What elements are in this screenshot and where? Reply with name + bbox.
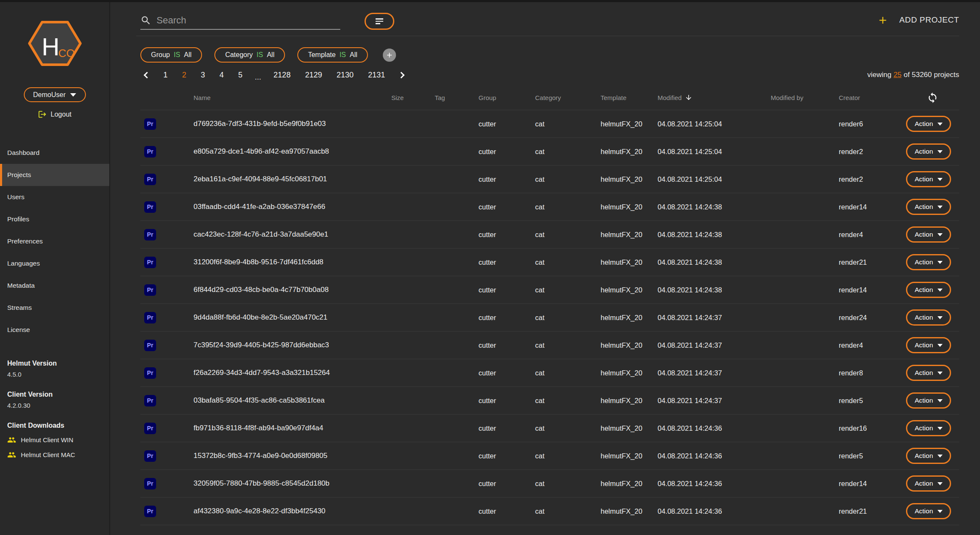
column-header-category[interactable]: Category: [535, 94, 601, 101]
project-template: helmutFX_20: [601, 231, 658, 239]
action-button[interactable]: Action: [906, 282, 951, 298]
project-modified: 04.08.2021 14:25:04: [658, 120, 771, 128]
sidebar-item-languages[interactable]: Languages: [0, 252, 109, 275]
action-button[interactable]: Action: [906, 392, 951, 409]
page-1[interactable]: 1: [159, 71, 172, 80]
column-header-size[interactable]: Size: [391, 94, 435, 101]
premiere-pro-icon: Pr: [144, 367, 156, 379]
add-project-button[interactable]: ADD PROJECT: [877, 14, 959, 26]
page-2[interactable]: 2: [177, 71, 191, 80]
sidebar-item-license[interactable]: License: [0, 319, 109, 341]
table-row[interactable]: Pr fb971b36-8118-4f8f-ab94-ba90e97df4a4 …: [140, 414, 959, 442]
table-row[interactable]: Pr d769236a-7df3-431b-9efd-b5e9f0b91e03 …: [140, 110, 959, 137]
project-category: cat: [535, 231, 601, 239]
project-template: helmutFX_20: [601, 507, 658, 515]
table-row[interactable]: Pr 9d4da88f-fb6d-40be-8e2b-5ae20a470c21 …: [140, 303, 959, 331]
download-helmut-client-mac[interactable]: Helmut Client MAC: [7, 450, 109, 459]
premiere-pro-icon: Pr: [144, 423, 156, 434]
table-row[interactable]: Pr 03ffaadb-cdd4-41fe-a2ab-036e37847e66 …: [140, 193, 959, 220]
column-header-creator[interactable]: Creator: [839, 94, 906, 101]
action-button[interactable]: Action: [906, 420, 951, 436]
column-header-template[interactable]: Template: [601, 94, 658, 101]
page-5[interactable]: 5: [234, 71, 247, 80]
refresh-button[interactable]: [927, 92, 938, 103]
project-modified: 04.08.2021 14:24:37: [658, 314, 771, 322]
action-button[interactable]: Action: [906, 503, 951, 519]
column-header-name[interactable]: Name: [194, 94, 391, 101]
premiere-pro-icon: Pr: [144, 395, 156, 406]
sidebar-item-dashboard[interactable]: Dashboard: [0, 142, 109, 164]
action-label: Action: [914, 480, 933, 487]
action-button[interactable]: Action: [906, 171, 951, 187]
action-button[interactable]: Action: [906, 365, 951, 381]
user-menu-button[interactable]: DemoUser: [24, 87, 86, 102]
logout-icon: [38, 110, 47, 119]
column-header-group[interactable]: Group: [479, 94, 535, 101]
logout-button[interactable]: Logout: [38, 110, 71, 119]
add-filter-button[interactable]: [383, 49, 396, 62]
project-template: helmutFX_20: [601, 341, 658, 349]
table-row[interactable]: Pr 6f844d29-cd03-48cb-be0a-4c77b70b0a08 …: [140, 276, 959, 303]
column-header-tag[interactable]: Tag: [435, 94, 479, 101]
action-button[interactable]: Action: [906, 116, 951, 132]
action-button[interactable]: Action: [906, 199, 951, 215]
chip-field: Category: [225, 51, 253, 59]
table-row[interactable]: Pr 2eba161a-c9ef-4094-88e9-45fc06817b01 …: [140, 165, 959, 193]
search-input[interactable]: [157, 15, 340, 26]
filter-chip-template[interactable]: Template IS All: [297, 47, 368, 63]
project-group: cutter: [479, 258, 535, 266]
viewing-count[interactable]: 25: [894, 71, 902, 79]
download-helmut-client-win[interactable]: Helmut Client WIN: [7, 435, 109, 444]
table-row[interactable]: Pr 03bafa85-9504-4f35-ac86-ca5b3861fcea …: [140, 386, 959, 414]
sidebar-item-profiles[interactable]: Profiles: [0, 208, 109, 230]
action-button[interactable]: Action: [906, 448, 951, 464]
table-row[interactable]: Pr 15372b8c-9fb3-4774-a0e9-0e0d68f09805 …: [140, 442, 959, 469]
action-button[interactable]: Action: [906, 309, 951, 326]
table-row[interactable]: Pr cac423ec-128f-4c76-a21d-3a7daa5e90e1 …: [140, 220, 959, 248]
sidebar-item-preferences[interactable]: Preferences: [0, 230, 109, 252]
table-row[interactable]: Pr af432380-9a9c-4e28-8e22-df3bb4f25430 …: [140, 497, 959, 525]
next-page-button[interactable]: [398, 72, 405, 78]
sidebar-item-label: Projects: [7, 171, 31, 179]
project-template: helmutFX_20: [601, 175, 658, 183]
action-button[interactable]: Action: [906, 226, 951, 243]
table-row[interactable]: Pr 32059f05-7880-47bb-9885-c8545d2d180b …: [140, 469, 959, 497]
filter-sort-button[interactable]: [365, 13, 394, 30]
sidebar-item-metadata[interactable]: Metadata: [0, 275, 109, 297]
table-row[interactable]: Pr 7c395f24-39d9-4405-b425-987dd6ebbac3 …: [140, 331, 959, 359]
page-2130[interactable]: 2130: [332, 71, 358, 80]
page-2129[interactable]: 2129: [300, 71, 327, 80]
table-row[interactable]: Pr e805a729-dce1-4b96-af42-ea97057aacb8 …: [140, 137, 959, 165]
project-name: 32059f05-7880-47bb-9885-c8545d2d180b: [194, 479, 391, 488]
table-row[interactable]: Pr 31200f6f-8be9-4b8b-9516-7df461fc6dd8 …: [140, 248, 959, 276]
project-category: cat: [535, 203, 601, 211]
project-category: cat: [535, 286, 601, 294]
refresh-icon: [927, 92, 938, 103]
column-header-modified-by[interactable]: Modified by: [771, 94, 839, 101]
project-group: cutter: [479, 314, 535, 322]
filter-chip-group[interactable]: Group IS All: [140, 47, 202, 63]
project-creator: render24: [839, 314, 906, 322]
column-header-modified[interactable]: Modified: [658, 94, 771, 101]
action-label: Action: [914, 258, 933, 266]
page-3[interactable]: 3: [196, 71, 210, 80]
project-group: cutter: [479, 286, 535, 294]
page-4[interactable]: 4: [215, 71, 228, 80]
sidebar-item-streams[interactable]: Streams: [0, 297, 109, 319]
project-name: e805a729-dce1-4b96-af42-ea97057aacb8: [194, 147, 391, 156]
search-bar: [140, 15, 340, 30]
page-2128[interactable]: 2128: [269, 71, 295, 80]
filter-chip-category[interactable]: Category IS All: [214, 47, 285, 63]
action-label: Action: [914, 452, 933, 460]
premiere-pro-icon: Pr: [144, 506, 156, 517]
action-button[interactable]: Action: [906, 254, 951, 270]
sidebar-item-projects[interactable]: Projects: [0, 164, 109, 186]
page-2131[interactable]: 2131: [363, 71, 390, 80]
action-button[interactable]: Action: [906, 143, 951, 160]
action-label: Action: [914, 507, 933, 515]
sidebar-item-users[interactable]: Users: [0, 186, 109, 208]
action-button[interactable]: Action: [906, 475, 951, 492]
table-row[interactable]: Pr f26a2269-34d3-4dd7-9543-a3a321b15264 …: [140, 359, 959, 386]
action-button[interactable]: Action: [906, 337, 951, 353]
prev-page-button[interactable]: [144, 72, 151, 78]
